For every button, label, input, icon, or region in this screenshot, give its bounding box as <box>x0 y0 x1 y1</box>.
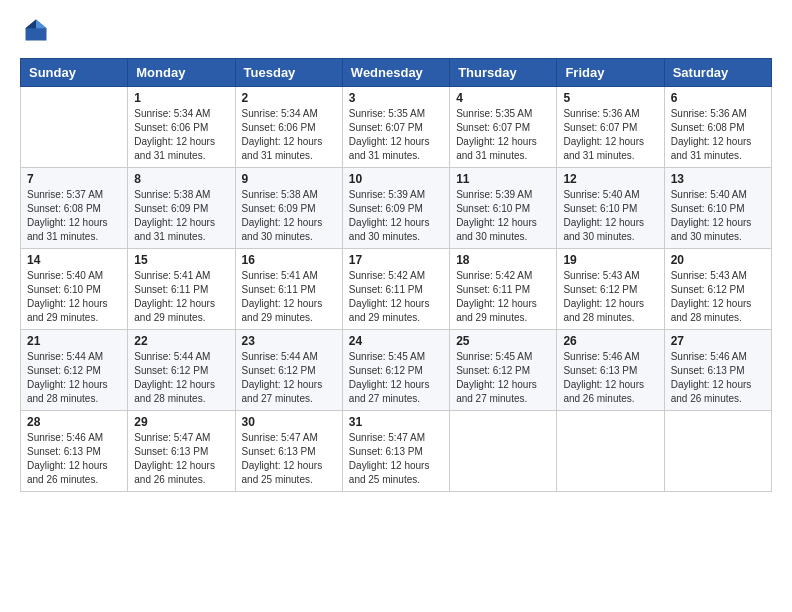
calendar-cell: 31Sunrise: 5:47 AM Sunset: 6:13 PM Dayli… <box>342 411 449 492</box>
day-number: 24 <box>349 334 443 348</box>
day-info: Sunrise: 5:47 AM Sunset: 6:13 PM Dayligh… <box>242 431 336 487</box>
calendar-cell: 25Sunrise: 5:45 AM Sunset: 6:12 PM Dayli… <box>450 330 557 411</box>
calendar-cell: 24Sunrise: 5:45 AM Sunset: 6:12 PM Dayli… <box>342 330 449 411</box>
day-info: Sunrise: 5:45 AM Sunset: 6:12 PM Dayligh… <box>349 350 443 406</box>
day-info: Sunrise: 5:42 AM Sunset: 6:11 PM Dayligh… <box>456 269 550 325</box>
weekday-header-friday: Friday <box>557 59 664 87</box>
week-row-5: 28Sunrise: 5:46 AM Sunset: 6:13 PM Dayli… <box>21 411 772 492</box>
calendar-cell: 16Sunrise: 5:41 AM Sunset: 6:11 PM Dayli… <box>235 249 342 330</box>
day-number: 14 <box>27 253 121 267</box>
calendar: SundayMondayTuesdayWednesdayThursdayFrid… <box>20 58 772 492</box>
day-number: 7 <box>27 172 121 186</box>
week-row-3: 14Sunrise: 5:40 AM Sunset: 6:10 PM Dayli… <box>21 249 772 330</box>
day-info: Sunrise: 5:46 AM Sunset: 6:13 PM Dayligh… <box>27 431 121 487</box>
calendar-cell: 8Sunrise: 5:38 AM Sunset: 6:09 PM Daylig… <box>128 168 235 249</box>
day-number: 31 <box>349 415 443 429</box>
week-row-1: 1Sunrise: 5:34 AM Sunset: 6:06 PM Daylig… <box>21 87 772 168</box>
day-number: 26 <box>563 334 657 348</box>
calendar-cell: 7Sunrise: 5:37 AM Sunset: 6:08 PM Daylig… <box>21 168 128 249</box>
calendar-cell <box>21 87 128 168</box>
weekday-header-wednesday: Wednesday <box>342 59 449 87</box>
day-info: Sunrise: 5:47 AM Sunset: 6:13 PM Dayligh… <box>134 431 228 487</box>
weekday-header-thursday: Thursday <box>450 59 557 87</box>
calendar-cell: 3Sunrise: 5:35 AM Sunset: 6:07 PM Daylig… <box>342 87 449 168</box>
calendar-cell: 10Sunrise: 5:39 AM Sunset: 6:09 PM Dayli… <box>342 168 449 249</box>
day-info: Sunrise: 5:35 AM Sunset: 6:07 PM Dayligh… <box>456 107 550 163</box>
day-info: Sunrise: 5:46 AM Sunset: 6:13 PM Dayligh… <box>671 350 765 406</box>
calendar-cell <box>664 411 771 492</box>
calendar-cell: 9Sunrise: 5:38 AM Sunset: 6:09 PM Daylig… <box>235 168 342 249</box>
calendar-cell: 6Sunrise: 5:36 AM Sunset: 6:08 PM Daylig… <box>664 87 771 168</box>
day-number: 28 <box>27 415 121 429</box>
calendar-cell <box>450 411 557 492</box>
day-number: 29 <box>134 415 228 429</box>
calendar-cell: 13Sunrise: 5:40 AM Sunset: 6:10 PM Dayli… <box>664 168 771 249</box>
calendar-cell: 15Sunrise: 5:41 AM Sunset: 6:11 PM Dayli… <box>128 249 235 330</box>
day-info: Sunrise: 5:47 AM Sunset: 6:13 PM Dayligh… <box>349 431 443 487</box>
day-number: 9 <box>242 172 336 186</box>
day-info: Sunrise: 5:39 AM Sunset: 6:10 PM Dayligh… <box>456 188 550 244</box>
calendar-cell: 21Sunrise: 5:44 AM Sunset: 6:12 PM Dayli… <box>21 330 128 411</box>
day-info: Sunrise: 5:44 AM Sunset: 6:12 PM Dayligh… <box>242 350 336 406</box>
day-info: Sunrise: 5:40 AM Sunset: 6:10 PM Dayligh… <box>671 188 765 244</box>
calendar-cell: 30Sunrise: 5:47 AM Sunset: 6:13 PM Dayli… <box>235 411 342 492</box>
day-info: Sunrise: 5:46 AM Sunset: 6:13 PM Dayligh… <box>563 350 657 406</box>
weekday-header-tuesday: Tuesday <box>235 59 342 87</box>
day-number: 30 <box>242 415 336 429</box>
calendar-cell: 2Sunrise: 5:34 AM Sunset: 6:06 PM Daylig… <box>235 87 342 168</box>
day-number: 13 <box>671 172 765 186</box>
day-info: Sunrise: 5:34 AM Sunset: 6:06 PM Dayligh… <box>134 107 228 163</box>
day-info: Sunrise: 5:40 AM Sunset: 6:10 PM Dayligh… <box>27 269 121 325</box>
day-number: 27 <box>671 334 765 348</box>
day-number: 16 <box>242 253 336 267</box>
weekday-header-row: SundayMondayTuesdayWednesdayThursdayFrid… <box>21 59 772 87</box>
day-number: 3 <box>349 91 443 105</box>
weekday-header-sunday: Sunday <box>21 59 128 87</box>
day-info: Sunrise: 5:36 AM Sunset: 6:08 PM Dayligh… <box>671 107 765 163</box>
calendar-cell: 27Sunrise: 5:46 AM Sunset: 6:13 PM Dayli… <box>664 330 771 411</box>
calendar-cell <box>557 411 664 492</box>
svg-marker-2 <box>26 20 37 29</box>
calendar-cell: 23Sunrise: 5:44 AM Sunset: 6:12 PM Dayli… <box>235 330 342 411</box>
day-number: 15 <box>134 253 228 267</box>
day-info: Sunrise: 5:41 AM Sunset: 6:11 PM Dayligh… <box>242 269 336 325</box>
day-number: 21 <box>27 334 121 348</box>
day-number: 11 <box>456 172 550 186</box>
week-row-2: 7Sunrise: 5:37 AM Sunset: 6:08 PM Daylig… <box>21 168 772 249</box>
day-info: Sunrise: 5:43 AM Sunset: 6:12 PM Dayligh… <box>671 269 765 325</box>
logo-icon <box>22 16 50 44</box>
day-number: 6 <box>671 91 765 105</box>
day-info: Sunrise: 5:39 AM Sunset: 6:09 PM Dayligh… <box>349 188 443 244</box>
day-info: Sunrise: 5:45 AM Sunset: 6:12 PM Dayligh… <box>456 350 550 406</box>
day-info: Sunrise: 5:35 AM Sunset: 6:07 PM Dayligh… <box>349 107 443 163</box>
calendar-cell: 4Sunrise: 5:35 AM Sunset: 6:07 PM Daylig… <box>450 87 557 168</box>
day-number: 5 <box>563 91 657 105</box>
week-row-4: 21Sunrise: 5:44 AM Sunset: 6:12 PM Dayli… <box>21 330 772 411</box>
calendar-cell: 26Sunrise: 5:46 AM Sunset: 6:13 PM Dayli… <box>557 330 664 411</box>
calendar-cell: 20Sunrise: 5:43 AM Sunset: 6:12 PM Dayli… <box>664 249 771 330</box>
logo <box>20 16 54 48</box>
calendar-cell: 19Sunrise: 5:43 AM Sunset: 6:12 PM Dayli… <box>557 249 664 330</box>
day-info: Sunrise: 5:38 AM Sunset: 6:09 PM Dayligh… <box>134 188 228 244</box>
day-number: 19 <box>563 253 657 267</box>
day-info: Sunrise: 5:43 AM Sunset: 6:12 PM Dayligh… <box>563 269 657 325</box>
day-info: Sunrise: 5:40 AM Sunset: 6:10 PM Dayligh… <box>563 188 657 244</box>
day-info: Sunrise: 5:41 AM Sunset: 6:11 PM Dayligh… <box>134 269 228 325</box>
day-info: Sunrise: 5:37 AM Sunset: 6:08 PM Dayligh… <box>27 188 121 244</box>
calendar-cell: 11Sunrise: 5:39 AM Sunset: 6:10 PM Dayli… <box>450 168 557 249</box>
day-info: Sunrise: 5:36 AM Sunset: 6:07 PM Dayligh… <box>563 107 657 163</box>
weekday-header-monday: Monday <box>128 59 235 87</box>
day-number: 2 <box>242 91 336 105</box>
day-number: 10 <box>349 172 443 186</box>
day-info: Sunrise: 5:42 AM Sunset: 6:11 PM Dayligh… <box>349 269 443 325</box>
day-number: 20 <box>671 253 765 267</box>
day-info: Sunrise: 5:34 AM Sunset: 6:06 PM Dayligh… <box>242 107 336 163</box>
day-number: 8 <box>134 172 228 186</box>
day-number: 23 <box>242 334 336 348</box>
calendar-cell: 18Sunrise: 5:42 AM Sunset: 6:11 PM Dayli… <box>450 249 557 330</box>
day-info: Sunrise: 5:44 AM Sunset: 6:12 PM Dayligh… <box>27 350 121 406</box>
calendar-cell: 14Sunrise: 5:40 AM Sunset: 6:10 PM Dayli… <box>21 249 128 330</box>
day-number: 18 <box>456 253 550 267</box>
day-number: 22 <box>134 334 228 348</box>
calendar-cell: 12Sunrise: 5:40 AM Sunset: 6:10 PM Dayli… <box>557 168 664 249</box>
